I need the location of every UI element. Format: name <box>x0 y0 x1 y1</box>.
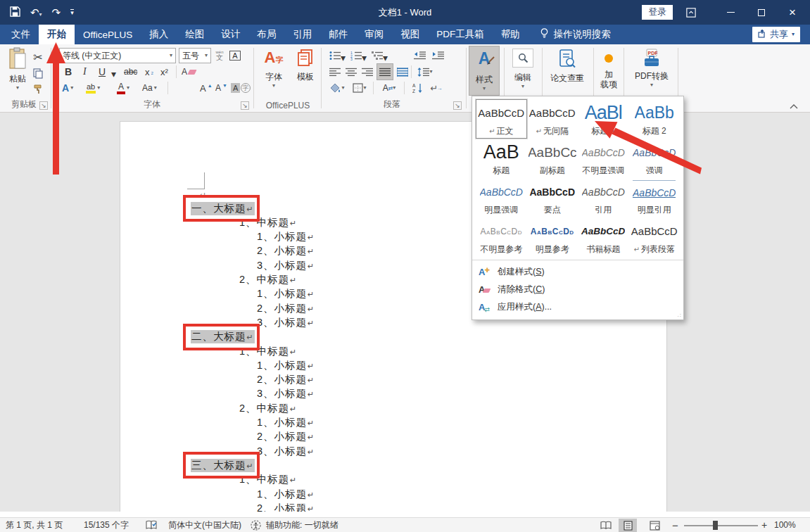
officeplus-template-button[interactable]: 模板 <box>291 49 319 83</box>
bold-icon[interactable]: B <box>65 65 72 79</box>
edit-button[interactable]: 编辑 ▾ <box>507 49 539 89</box>
font-size-combo[interactable]: 五号▾ <box>179 48 211 63</box>
paste-button[interactable]: 粘贴 ▾ <box>4 47 31 91</box>
accessibility-icon[interactable] <box>251 518 261 532</box>
style-item[interactable]: AaBbCcDd不明显参考 <box>476 217 527 257</box>
multilevel-dropdown-icon[interactable]: ▾ <box>383 51 388 65</box>
customize-quick-access-icon[interactable]: ▾ <box>70 9 74 16</box>
web-layout-icon[interactable] <box>645 519 664 532</box>
style-item[interactable]: AaBbCcD↵正文 <box>476 99 527 139</box>
style-item[interactable]: AaBbCcD明显强调 <box>476 178 527 217</box>
character-shading-icon[interactable]: A <box>231 81 240 95</box>
doc-line[interactable]: 3、小标题↵ <box>256 387 315 401</box>
save-icon[interactable] <box>10 6 20 19</box>
tab-布局[interactable]: 布局 <box>248 25 284 44</box>
style-menu-item[interactable]: A清除格式(C) <box>472 281 683 298</box>
share-button[interactable]: 共享 ▾ <box>752 27 800 42</box>
style-item[interactable]: AaBbCcD引用 <box>578 178 629 217</box>
zoom-out-button[interactable]: − <box>672 518 678 532</box>
style-item[interactable]: AaBbCc副标题 <box>527 139 578 178</box>
change-case-icon[interactable]: Aa▾ <box>142 81 157 95</box>
decrease-indent-icon[interactable] <box>412 49 426 63</box>
bullets-dropdown-icon[interactable]: ▾ <box>341 51 346 65</box>
maximize-button[interactable] <box>747 0 776 25</box>
close-button[interactable]: × <box>778 0 806 25</box>
align-right-icon[interactable] <box>360 65 374 79</box>
tab-插入[interactable]: 插入 <box>141 25 177 44</box>
document-area[interactable]: ↵ 一、大标题↵1、中标题↵1、小标题↵2、小标题↵3、小标题↵2、中标题↵1、… <box>0 113 810 517</box>
tab-OfficePLUS[interactable]: OfficePLUS <box>75 25 141 44</box>
show-marks-icon[interactable]: ↵→ <box>429 81 443 95</box>
highlight-color-icon[interactable]: ab▾ <box>86 81 100 95</box>
asian-layout-icon[interactable]: A⇄▾ <box>379 81 400 95</box>
style-item[interactable]: AaBbCcD↵无间隔 <box>527 99 578 139</box>
justify-icon[interactable] <box>376 63 393 80</box>
sort-icon[interactable]: AZ <box>410 81 425 95</box>
page-indicator[interactable]: 第 1 页, 共 1 页 <box>6 518 63 532</box>
login-button[interactable]: 登录 <box>642 5 673 20</box>
italic-icon[interactable]: I <box>83 65 87 79</box>
doc-line[interactable]: 二、大标题↵ <box>191 330 255 344</box>
tab-邮件[interactable]: 邮件 <box>320 25 356 44</box>
pdf-convert-button[interactable]: PDF PDF转换 ▾ <box>629 49 674 88</box>
font-color-icon[interactable]: A▾ <box>117 81 129 95</box>
doc-line[interactable]: 3、小标题↵ <box>256 444 315 458</box>
cut-icon[interactable]: ✂ <box>31 50 45 64</box>
doc-line[interactable]: 1、小标题↵ <box>256 287 315 301</box>
font-dialog-launcher[interactable]: ↘ <box>241 101 249 110</box>
phonetic-guide-icon[interactable]: wén文 <box>213 49 226 63</box>
superscript-icon[interactable]: x² <box>160 65 168 79</box>
doc-line[interactable]: 2、小标题↵ <box>256 301 315 315</box>
zoom-slider-thumb[interactable] <box>713 521 718 530</box>
doc-line[interactable]: 2、中标题↵ <box>239 401 298 415</box>
style-item[interactable]: AaBbCcD强调 <box>629 139 681 178</box>
tab-引用[interactable]: 引用 <box>284 25 320 44</box>
paragraph-dialog-launcher[interactable]: ↘ <box>453 101 462 110</box>
subscript-icon[interactable]: x₂ <box>145 65 153 79</box>
doc-line[interactable]: 三、大标题↵ <box>191 458 255 472</box>
doc-line[interactable]: 2、小标题↵ <box>256 373 315 387</box>
doc-line[interactable]: 1、小标题↵ <box>256 358 315 372</box>
redo-icon[interactable]: ↷ <box>52 6 61 19</box>
tab-开始[interactable]: 开始 <box>39 25 75 44</box>
align-left-icon[interactable] <box>328 65 342 79</box>
multilevel-list-icon[interactable] <box>370 49 384 63</box>
style-item[interactable]: AaBb标题 2 <box>629 99 681 139</box>
zoom-percentage[interactable]: 100% <box>774 518 796 532</box>
clipboard-dialog-launcher[interactable]: ↘ <box>39 101 48 110</box>
numbering-icon[interactable]: 123 <box>349 49 363 63</box>
undo-icon[interactable]: ↶▾ <box>30 6 42 19</box>
paper-check-button[interactable]: 论文查重 <box>546 49 588 84</box>
doc-line[interactable]: 3、小标题↵ <box>256 258 315 272</box>
style-item[interactable]: AaBbCcDd明显参考 <box>527 217 578 257</box>
word-count[interactable]: 15/135 个字 <box>84 518 129 532</box>
shrink-font-icon[interactable]: A▼ <box>215 81 227 95</box>
strikethrough-icon[interactable]: abc <box>124 65 137 79</box>
zoom-in-button[interactable]: + <box>761 518 767 532</box>
tab-绘图[interactable]: 绘图 <box>177 25 213 44</box>
collapse-ribbon-icon[interactable] <box>787 99 801 113</box>
doc-line[interactable]: 1、小标题↵ <box>256 487 315 501</box>
read-mode-icon[interactable] <box>597 519 615 532</box>
shading-icon[interactable]: ▾ <box>328 81 346 95</box>
doc-line[interactable]: 2、小标题↵ <box>256 244 315 258</box>
zoom-slider-track[interactable] <box>684 525 758 526</box>
tab-审阅[interactable]: 审阅 <box>356 25 392 44</box>
ribbon-display-options-icon[interactable] <box>677 0 705 25</box>
tab-文件[interactable]: 文件 <box>3 25 39 44</box>
doc-line[interactable]: 2、中标题↵ <box>239 273 298 287</box>
proofing-icon[interactable] <box>146 518 157 532</box>
align-center-icon[interactable] <box>344 65 358 79</box>
line-spacing-icon[interactable]: ▾ <box>417 65 434 79</box>
style-item[interactable]: AaBbCcD明显引用 <box>629 178 681 217</box>
print-layout-icon[interactable] <box>619 519 637 532</box>
doc-line[interactable]: 3、小标题↵ <box>256 315 315 329</box>
officeplus-font-button[interactable]: A字 字体 ▾ <box>259 49 289 89</box>
grow-font-icon[interactable]: A▲ <box>200 81 213 95</box>
borders-icon[interactable]: ▾ <box>350 81 369 95</box>
style-item[interactable]: AaB标题 <box>476 139 527 178</box>
tab-设计[interactable]: 设计 <box>213 25 248 44</box>
doc-line[interactable]: 1、小标题↵ <box>256 230 315 244</box>
enclose-characters-icon[interactable]: 字 <box>241 81 251 95</box>
doc-line[interactable]: 2、小标题↵ <box>256 430 315 444</box>
